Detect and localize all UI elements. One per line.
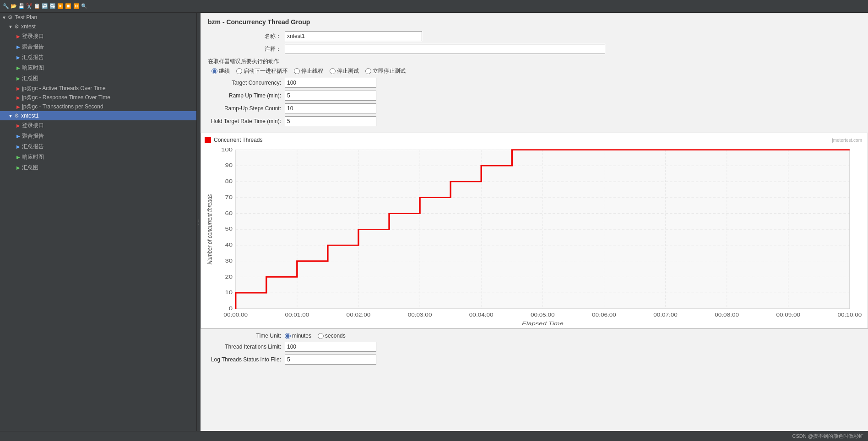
graph-icon-resp2: ▶ — [16, 155, 20, 160]
time-unit-radios: minutes seconds — [285, 333, 346, 339]
legend-label: Concurrent Threads — [214, 137, 263, 143]
form-area: bzm - Concurrency Thread Group 名称： 注释： 在… — [201, 13, 868, 133]
radio-stop-now-label: 立即停止测试 — [373, 67, 406, 75]
svg-text:100: 100 — [221, 146, 233, 152]
graph-icon-total2: ▶ — [16, 165, 20, 170]
radio-continue-input[interactable] — [212, 68, 217, 74]
svg-text:00:09:00: 00:09:00 — [776, 312, 800, 317]
log-threads-input[interactable] — [285, 355, 376, 365]
radio-next-loop-label: 启动下一进程循环 — [244, 67, 288, 75]
thread-iter-row: Thread Iterations Limit: — [208, 342, 861, 352]
radio-minutes[interactable]: minutes — [285, 333, 311, 339]
svg-text:0: 0 — [229, 306, 233, 312]
target-concurrency-row: Target Concurrency: — [208, 78, 861, 88]
chart-container: Concurrent Threads jmetertest.com — [201, 133, 868, 328]
radio-stop-test-input[interactable] — [330, 68, 336, 74]
radio-stop-test[interactable]: 停止测试 — [330, 67, 359, 75]
tree-label-summary1: 汇总报告 — [22, 54, 44, 61]
radio-seconds[interactable]: seconds — [318, 333, 346, 339]
tree-label-gc-trans: jp@gc - Transactions per Second — [22, 103, 103, 110]
ramp-up-time-input[interactable] — [285, 91, 376, 101]
ramp-up-steps-input[interactable] — [285, 103, 376, 113]
thread-iter-input[interactable] — [285, 342, 376, 352]
name-label: 名称： — [208, 32, 281, 40]
report-icon-summary2: ▶ — [16, 144, 20, 149]
svg-text:00:01:00: 00:01:00 — [285, 312, 309, 317]
hold-target-row: Hold Target Rate Time (min): — [208, 116, 861, 126]
radio-next-loop[interactable]: 启动下一进程循环 — [236, 67, 288, 75]
svg-text:00:10:00: 00:10:00 — [838, 312, 862, 317]
tree-item-xntest[interactable]: ▼ ⚙ xntest — [0, 22, 196, 31]
tree: ▼ ⚙ Test Plan ▼ ⚙ xntest ▶ 登录接口 ▶ 聚合报告 ▶ — [0, 13, 196, 173]
radio-seconds-label: seconds — [325, 333, 346, 339]
radio-continue[interactable]: 继续 — [212, 67, 230, 75]
gear-icon-test-plan: ⚙ — [8, 14, 13, 21]
tree-label-login1: 登录接口 — [22, 32, 44, 40]
radio-stop-thread[interactable]: 停止线程 — [294, 67, 323, 75]
tree-item-resp1[interactable]: ▶ 响应时图 — [0, 63, 196, 73]
panel-divider[interactable] — [197, 13, 201, 431]
note-label: 注释： — [208, 45, 281, 53]
legend-color-swatch — [205, 137, 211, 143]
ramp-up-time-row: Ramp Up Time (min): — [208, 91, 861, 101]
tree-item-total2[interactable]: ▶ 汇总图 — [0, 162, 196, 173]
tree-item-gc-trans[interactable]: ▶ jp@gc - Transactions per Second — [0, 102, 196, 111]
radio-continue-label: 继续 — [219, 67, 230, 75]
svg-text:00:03:00: 00:03:00 — [408, 312, 432, 317]
chart-legend: Concurrent Threads jmetertest.com — [205, 137, 862, 143]
radio-stop-now[interactable]: 立即停止测试 — [365, 67, 406, 75]
tree-item-gc-active[interactable]: ▶ jp@gc - Active Threads Over Time — [0, 84, 196, 93]
radio-stop-thread-input[interactable] — [294, 68, 300, 74]
svg-text:30: 30 — [225, 258, 233, 264]
chart-wrapper: 0 10 20 30 40 50 60 70 80 90 100 00:00:0… — [205, 145, 862, 328]
svg-text:50: 50 — [225, 226, 233, 232]
toolbar-icons: 🔧 📂 💾 ✂️ 📋 ↩️ ↪️ ▶️ ⏹️ ⏸️ 🔍 — [3, 3, 87, 9]
tree-item-summary1[interactable]: ▶ 汇总报告 — [0, 52, 196, 63]
time-unit-label: Time Unit: — [208, 333, 281, 339]
radio-stop-test-label: 停止测试 — [337, 67, 359, 75]
radio-next-loop-input[interactable] — [236, 68, 242, 74]
tree-item-xntest1[interactable]: ▼ ⚙ xntest1 — [0, 111, 196, 120]
tree-label-login2: 登录接口 — [22, 122, 44, 129]
bottom-form: Time Unit: minutes seconds Thread Iterat… — [201, 328, 868, 371]
tree-label-gc-resp: jp@gc - Response Times Over Time — [22, 94, 110, 101]
name-input[interactable] — [285, 31, 422, 41]
tree-label-total1: 汇总图 — [22, 75, 38, 82]
form-title: bzm - Concurrency Thread Group — [208, 18, 861, 26]
tree-item-test-plan[interactable]: ▼ ⚙ Test Plan — [0, 13, 196, 22]
tree-item-login2[interactable]: ▶ 登录接口 — [0, 120, 196, 131]
radio-stop-now-input[interactable] — [365, 68, 371, 74]
tree-item-resp2[interactable]: ▶ 响应时图 — [0, 152, 196, 162]
tree-item-agg2[interactable]: ▶ 聚合报告 — [0, 131, 196, 141]
tree-item-total1[interactable]: ▶ 汇总图 — [0, 73, 196, 84]
radio-minutes-input[interactable] — [285, 333, 291, 339]
tree-label-gc-active: jp@gc - Active Threads Over Time — [22, 85, 106, 91]
target-concurrency-label: Target Concurrency: — [208, 80, 281, 86]
hold-target-input[interactable] — [285, 116, 376, 126]
tree-item-gc-resp[interactable]: ▶ jp@gc - Response Times Over Time — [0, 93, 196, 102]
main-layout: ▼ ⚙ Test Plan ▼ ⚙ xntest ▶ 登录接口 ▶ 聚合报告 ▶ — [0, 13, 868, 431]
radio-minutes-label: minutes — [292, 333, 311, 339]
target-concurrency-input[interactable] — [285, 78, 376, 88]
name-row: 名称： — [208, 31, 861, 41]
time-unit-row: Time Unit: minutes seconds — [208, 333, 861, 339]
error-action-section: 在取样器错误后要执行的动作 继续 启动下一进程循环 停止线程 — [208, 58, 861, 75]
concurrent-threads-chart: 0 10 20 30 40 50 60 70 80 90 100 00:00:0… — [205, 145, 862, 328]
note-input[interactable] — [285, 44, 605, 54]
radio-seconds-input[interactable] — [318, 333, 324, 339]
report-icon-gc-active: ▶ — [16, 86, 20, 91]
tree-item-summary2[interactable]: ▶ 汇总报告 — [0, 141, 196, 152]
tree-label-resp2: 响应时图 — [22, 153, 44, 161]
expand-arrow-test-plan: ▼ — [2, 15, 6, 20]
note-row: 注释： — [208, 44, 861, 54]
tree-item-agg1[interactable]: ▶ 聚合报告 — [0, 42, 196, 52]
svg-text:Number of concurrent threads: Number of concurrent threads — [206, 194, 214, 264]
right-panel: bzm - Concurrency Thread Group 名称： 注释： 在… — [201, 13, 868, 431]
tree-label-agg2: 聚合报告 — [22, 132, 44, 140]
radio-stop-thread-label: 停止线程 — [301, 67, 323, 75]
expand-arrow-xntest: ▼ — [8, 24, 13, 29]
left-panel: ▼ ⚙ Test Plan ▼ ⚙ xntest ▶ 登录接口 ▶ 聚合报告 ▶ — [0, 13, 197, 431]
tree-item-login1[interactable]: ▶ 登录接口 — [0, 31, 196, 42]
gear-icon-xntest1: ⚙ — [14, 113, 19, 119]
svg-text:90: 90 — [225, 162, 233, 168]
